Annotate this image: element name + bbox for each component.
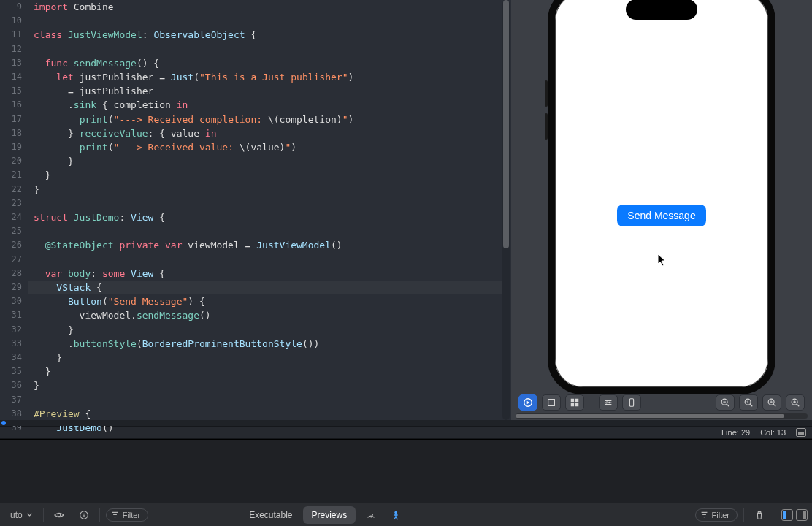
minimap-toggle-icon[interactable] (796, 428, 806, 437)
svg-rect-4 (571, 403, 574, 406)
code-line[interactable]: .sink { completion in (34, 98, 511, 112)
preview-toolbar: 1 (518, 394, 805, 411)
info-icon (79, 510, 89, 520)
code-line[interactable]: } (34, 183, 511, 197)
line-number: 11 (0, 28, 28, 42)
zoom-out-button[interactable] (716, 394, 735, 411)
line-number: 31 (0, 308, 28, 322)
code-line[interactable]: import Combine (34, 0, 511, 14)
preview-on-device-button[interactable] (622, 394, 641, 411)
scrollbar-thumb[interactable] (503, 0, 509, 248)
code-line[interactable]: } (34, 378, 511, 392)
send-message-button[interactable]: Send Message (617, 205, 705, 226)
preview-horizontal-scrollbar[interactable] (516, 413, 808, 419)
variants-preview-button[interactable] (565, 394, 584, 411)
editor-vertical-scrollbar[interactable] (502, 0, 510, 420)
code-line[interactable]: #Preview { (34, 407, 511, 421)
svg-point-15 (58, 514, 61, 517)
line-number: 9 (0, 0, 28, 14)
filter-icon (111, 511, 119, 519)
quicklook-button[interactable] (50, 508, 69, 522)
filter-console[interactable]: Filter (695, 508, 738, 522)
sliders-icon (603, 397, 613, 408)
square-cursor-icon (546, 397, 556, 408)
console-scope-tabs: Executable Previews (240, 506, 356, 524)
code-line[interactable]: Button("Send Message") { (34, 294, 511, 308)
code-line[interactable]: print("---> Received value: \(value)") (34, 140, 511, 154)
code-line[interactable]: } (34, 365, 511, 378)
code-line[interactable] (34, 253, 511, 267)
phone-icon (627, 397, 637, 408)
svg-point-6 (606, 400, 608, 401)
metrics-button[interactable] (361, 508, 380, 522)
line-number: 16 (0, 98, 28, 112)
line-number: 35 (0, 365, 28, 378)
code-line[interactable] (34, 393, 511, 407)
code-line[interactable]: } (34, 323, 511, 337)
zoom-fit-button[interactable] (762, 394, 781, 411)
line-number: 30 (0, 294, 28, 308)
code-editor[interactable]: 9101112131415161718192021222324252627282… (0, 0, 511, 420)
zoom-out-icon (720, 397, 730, 408)
auto-label: uto (10, 510, 23, 520)
svg-text:1: 1 (746, 400, 748, 404)
preview-canvas: Send Message (511, 0, 812, 420)
speedometer-icon (366, 510, 376, 520)
svg-rect-5 (575, 403, 578, 406)
debug-person-button[interactable] (386, 508, 405, 522)
code-line[interactable] (34, 224, 511, 238)
line-number: 38 (0, 407, 28, 421)
trash-icon (754, 510, 765, 520)
code-line[interactable] (34, 14, 511, 28)
volume-down-button-silhouette (545, 113, 548, 140)
debug-area (0, 439, 812, 503)
chevron-down-icon (26, 511, 33, 518)
code-line[interactable] (34, 42, 511, 56)
toggle-console-pane[interactable] (796, 509, 808, 521)
svg-rect-9 (629, 399, 633, 407)
code-line[interactable]: let justPublisher = Just("This is a Just… (34, 70, 511, 84)
code-line[interactable]: viewModel.sendMessage() (34, 308, 511, 322)
tab-executable[interactable]: Executable (240, 506, 301, 524)
device-settings-button[interactable] (599, 394, 618, 411)
line-number: 18 (0, 126, 28, 140)
code-line[interactable]: class JustViewModel: ObservableObject { (34, 28, 511, 42)
code-line[interactable]: } (34, 154, 511, 168)
line-number-gutter: 9101112131415161718192021222324252627282… (0, 0, 28, 420)
zoom-fit-icon (767, 397, 777, 408)
zoom-actual-button[interactable]: 1 (739, 394, 758, 411)
console-view[interactable] (207, 440, 812, 503)
scrollbar-thumb[interactable] (516, 414, 784, 418)
code-line[interactable]: } (34, 351, 511, 365)
selectable-preview-button[interactable] (542, 394, 561, 411)
code-line[interactable]: } (34, 168, 511, 182)
variables-view[interactable] (0, 440, 207, 503)
filter-label: Filter (123, 511, 140, 519)
zoom-in-button[interactable] (786, 394, 805, 411)
code-line[interactable]: _ = justPublisher (34, 84, 511, 98)
filter-label: Filter (712, 511, 729, 519)
live-preview-button[interactable] (518, 394, 537, 411)
code-line[interactable]: var body: some View { (34, 267, 511, 281)
tab-previews[interactable]: Previews (303, 506, 356, 524)
code-line[interactable]: func sendMessage() { (34, 56, 511, 70)
line-number: 17 (0, 113, 28, 126)
code-line[interactable]: } receiveValue: { value in (34, 126, 511, 140)
line-number: 32 (0, 323, 28, 337)
code-line[interactable]: .buttonStyle(BorderedProminentButtonStyl… (34, 337, 511, 351)
code-line[interactable]: @StateObject private var viewModel = Jus… (34, 238, 511, 252)
code-line[interactable]: struct JustDemo: View { (34, 210, 511, 224)
code-line[interactable]: print("---> Received completion: \(compl… (34, 113, 511, 126)
line-number: 15 (0, 84, 28, 98)
auto-menu[interactable]: uto (6, 508, 37, 522)
info-button[interactable] (74, 508, 93, 522)
code-line[interactable] (34, 197, 511, 210)
code-area[interactable]: import Combine class JustViewModel: Obse… (28, 0, 511, 420)
line-number: 36 (0, 378, 28, 392)
svg-rect-2 (571, 399, 574, 402)
toggle-variables-pane[interactable] (781, 509, 793, 521)
line-number: 29 (0, 281, 28, 294)
cursor-line-indicator: Line: 29 (721, 428, 750, 437)
clear-console-button[interactable] (750, 508, 769, 522)
filter-variables[interactable]: Filter (106, 508, 148, 522)
